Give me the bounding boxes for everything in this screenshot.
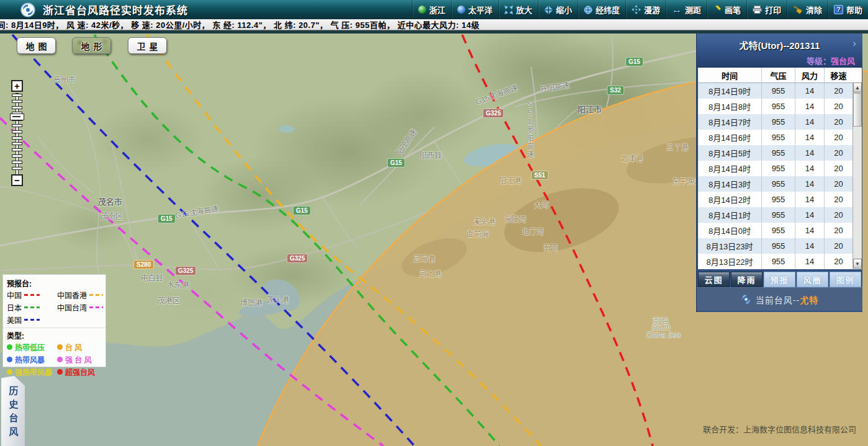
- typhoon-status-text: 时间: 8月14日9时， 风 速: 42米/秒， 移 速: 20公里/小时， 东…: [0, 19, 480, 30]
- tab-rain[interactable]: 降雨: [731, 272, 763, 287]
- table-row[interactable]: 8月14日3时9551420: [698, 176, 852, 192]
- page-title: 浙江省台风路径实时发布系统: [43, 2, 188, 17]
- globe-green-icon: [418, 6, 426, 14]
- table-row[interactable]: 8月14日0时9551420: [698, 223, 852, 238]
- typhoon-spiral-icon: [741, 294, 751, 305]
- table-row[interactable]: 8月13日22时9551420: [698, 254, 852, 269]
- dot-icon: [7, 357, 12, 362]
- nav-label: 画笔: [725, 4, 741, 16]
- zoom-tick[interactable]: [12, 94, 22, 97]
- table-row[interactable]: 8月14日1时9551420: [698, 207, 852, 223]
- legend-type: 强热带风暴: [7, 367, 57, 377]
- table-row[interactable]: 8月14日2时9551420: [698, 192, 852, 207]
- nav-toolbar: 浙江 太平洋 放大 缩小 经纬度: [412, 0, 868, 19]
- divider-strip: [0, 30, 868, 33]
- zoom-out-button[interactable]: −: [11, 174, 23, 186]
- tab-cloud[interactable]: 云图: [698, 272, 730, 287]
- expand-arrow-icon[interactable]: ›: [852, 37, 856, 50]
- legend-box: 预报台: 中国 中国香港 日本 中国台湾 美国 类型: 热带低压 台 风 热带风…: [2, 274, 106, 367]
- nav-label: 帮助: [846, 4, 862, 16]
- zoom-tick[interactable]: [12, 167, 22, 170]
- nav-button-print[interactable]: 打印: [746, 0, 787, 19]
- help-icon: ?: [834, 5, 843, 14]
- table-row[interactable]: 8月14日4时9551420: [698, 161, 852, 176]
- zoom-tick[interactable]: [12, 148, 22, 151]
- table-header-row: 时间 气压 风力 移速: [698, 68, 862, 83]
- pan-icon: [632, 5, 641, 14]
- graticule-icon: [584, 6, 593, 14]
- pen-icon: [713, 6, 722, 14]
- zoom-out-icon: [544, 6, 553, 14]
- table-row[interactable]: 8月14日7时9551420: [698, 114, 852, 130]
- history-typhoon-tab[interactable]: 历史台风: [1, 376, 25, 446]
- dash-swatch-hongkong: [89, 294, 103, 296]
- map-type-button-map[interactable]: 地图: [17, 37, 56, 54]
- table-row[interactable]: 8月14日9时9551420: [698, 83, 852, 99]
- dot-icon: [57, 357, 63, 362]
- nav-button-clear[interactable]: 清除: [787, 0, 828, 19]
- dash-swatch-japan: [24, 306, 40, 308]
- map-type-button-satellite[interactable]: 卫星: [128, 37, 167, 54]
- nav-button-help[interactable]: ? 帮助: [828, 0, 868, 19]
- table-row[interactable]: 8月14日5时9551420: [698, 145, 852, 161]
- nav-button-graticule[interactable]: 经纬度: [578, 0, 625, 19]
- nav-button-pacific[interactable]: 太平洋: [451, 0, 498, 19]
- current-typhoon-name: 尤特: [800, 295, 818, 305]
- status-bar: 时间: 8月14日9时， 风 速: 42米/秒， 移 速: 20公里/小时， 东…: [0, 19, 868, 30]
- dot-icon: [57, 344, 63, 350]
- scroll-up-icon[interactable]: ▲: [853, 83, 862, 92]
- legend-type: 热带低压: [7, 342, 57, 352]
- app-logo-icon: [20, 2, 35, 17]
- zoom-tick[interactable]: [12, 142, 22, 145]
- current-typhoon-row[interactable]: 当前台风--尤特: [697, 287, 862, 311]
- zoom-tick[interactable]: [12, 136, 22, 140]
- broom-icon: [793, 6, 803, 14]
- tab-legend[interactable]: 图例: [830, 272, 861, 287]
- table-row[interactable]: 8月14日6时9551420: [698, 130, 852, 145]
- map-type-button-terrain[interactable]: 地形: [72, 37, 111, 54]
- scrollbar-thumb[interactable]: [853, 93, 862, 127]
- table-row[interactable]: 8月13日23时9551420: [698, 238, 852, 254]
- dot-icon: [7, 369, 12, 375]
- typhoon-title: 尤特(Utor)--201311: [697, 33, 862, 51]
- zoom-tick[interactable]: [12, 106, 22, 109]
- zoom-slider-handle[interactable]: [10, 114, 24, 120]
- zoom-tick[interactable]: [12, 161, 22, 164]
- current-typhoon-label: 当前台风--尤特: [756, 293, 818, 306]
- tab-forecast[interactable]: 预报: [764, 272, 795, 287]
- typhoon-data-table: 时间 气压 风力 移速 8月14日9时9551420 8月14日8时955142…: [698, 68, 862, 269]
- table-row[interactable]: 8月14日8时9551420: [698, 99, 852, 114]
- panel-header: 尤特(Utor)--201311 › 等级：强台风: [697, 33, 862, 68]
- dash-swatch-taiwan: [89, 306, 103, 308]
- history-typhoon-label: 历史台风: [7, 386, 20, 446]
- developer-credit: 联合开发：上海数字位图信息科技有限公司: [703, 423, 856, 435]
- nav-label: 太平洋: [468, 4, 493, 16]
- legend-issuer: 中国香港: [57, 290, 103, 300]
- nav-label: 打印: [765, 4, 781, 16]
- legend-divider: [3, 328, 105, 328]
- nav-button-pen[interactable]: 画笔: [707, 0, 746, 19]
- nav-button-pan[interactable]: 漫游: [625, 0, 666, 19]
- nav-label: 浙江: [429, 4, 445, 16]
- zoom-in-button[interactable]: +: [11, 80, 23, 92]
- nav-button-zoom-out[interactable]: 缩小: [538, 0, 578, 19]
- legend-issuer: 美国: [7, 314, 57, 325]
- zoom-slider-track[interactable]: [11, 93, 24, 175]
- zoom-tick[interactable]: [12, 124, 22, 127]
- zoom-tick[interactable]: [12, 130, 22, 133]
- legend-type: 台 风: [57, 342, 103, 352]
- measure-icon: ↔: [672, 6, 682, 14]
- scroll-down-icon[interactable]: ▼: [853, 259, 862, 269]
- legend-type-title: 类型:: [7, 330, 102, 341]
- dash-swatch-china: [24, 294, 40, 296]
- legend-type: 热带风暴: [7, 354, 57, 365]
- zoom-tick[interactable]: [12, 100, 22, 103]
- nav-label: 经纬度: [596, 4, 620, 16]
- table-scrollbar[interactable]: ▲ ▼: [852, 83, 862, 269]
- tab-windring[interactable]: 风圈: [797, 272, 828, 287]
- nav-button-measure[interactable]: ↔ 测距: [666, 0, 707, 19]
- zoom-tick[interactable]: [12, 154, 22, 158]
- nav-button-zhejiang[interactable]: 浙江: [412, 0, 451, 19]
- nav-button-zoom-in[interactable]: 放大: [498, 0, 538, 19]
- print-icon: [753, 6, 762, 14]
